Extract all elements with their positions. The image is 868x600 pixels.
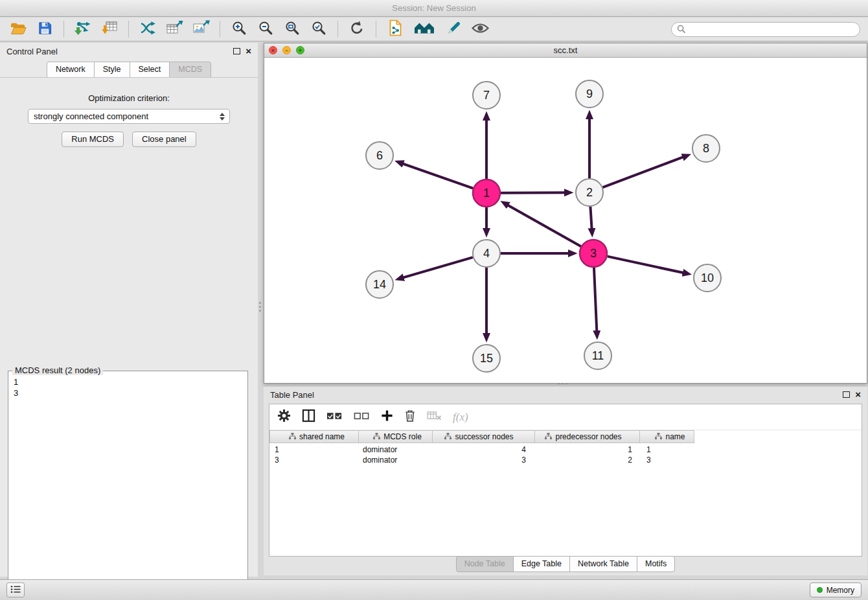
toolbar-separator <box>337 21 338 38</box>
minimize-window-icon[interactable]: − <box>282 46 291 54</box>
network-canvas[interactable]: 7968124314101511 <box>264 58 867 383</box>
select-all-icon <box>326 412 343 423</box>
deselect-all-button[interactable] <box>354 411 370 424</box>
float-panel-icon[interactable] <box>233 48 240 54</box>
zoom-fit-icon <box>284 20 300 38</box>
control-panel-header: Control Panel × <box>0 43 258 60</box>
cell-shared-name: 3 <box>269 456 359 466</box>
graph-edge-1-2[interactable] <box>501 192 565 193</box>
table-toolbar: f(x) <box>269 404 862 430</box>
dropdown-stepper-icon <box>218 113 227 121</box>
network-from-selection-button[interactable] <box>385 19 405 39</box>
import-network-button[interactable] <box>73 19 93 39</box>
tab-node-table[interactable]: Node Table <box>456 556 514 572</box>
memory-button[interactable]: Memory <box>810 583 862 597</box>
open-session-button[interactable] <box>8 19 29 39</box>
toolbar-separator <box>220 21 220 38</box>
tab-style[interactable]: Style <box>94 62 130 77</box>
eye-button[interactable] <box>470 19 490 39</box>
show-columns-button[interactable] <box>302 409 315 425</box>
tab-motifs[interactable]: Motifs <box>637 556 675 572</box>
zoom-selected-icon <box>311 20 326 38</box>
cell-predecessor-nodes: 1 <box>535 445 640 456</box>
tab-edge-table[interactable]: Edge Table <box>513 556 570 572</box>
zoom-fit-button[interactable] <box>282 19 303 39</box>
column-type-icon <box>545 432 552 441</box>
zoom-out-button[interactable] <box>255 19 276 39</box>
graph-node-label-7: 7 <box>483 89 490 102</box>
trash-icon <box>404 413 416 424</box>
mcds-result-list[interactable]: 1 3 <box>8 371 247 404</box>
export-image-button[interactable] <box>190 19 211 39</box>
run-mcds-button[interactable]: Run MCDS <box>62 132 124 147</box>
tab-network[interactable]: Network <box>47 62 95 77</box>
graph-edge-1-6[interactable] <box>403 164 473 189</box>
zoom-in-button[interactable] <box>229 19 249 39</box>
import-table-button[interactable] <box>99 19 120 39</box>
graph-edge-4-14[interactable] <box>403 257 472 277</box>
tab-mcds[interactable]: MCDS <box>169 62 211 77</box>
table-row[interactable]: 3 dominator 3 2 3 <box>269 456 862 466</box>
table-panel-title: Table Panel <box>270 390 838 400</box>
column-type-icon <box>655 432 662 441</box>
refresh-button[interactable] <box>347 19 367 39</box>
graph-edge-3-11[interactable] <box>594 268 597 331</box>
search-input[interactable] <box>689 25 854 34</box>
tab-network-table[interactable]: Network Table <box>569 556 637 572</box>
delete-column-button[interactable] <box>404 409 416 425</box>
column-header-predecessor-nodes[interactable]: predecessor nodes <box>535 430 640 443</box>
mcds-result-line: 3 <box>14 387 242 398</box>
eye-icon <box>472 22 489 37</box>
column-header-shared-name[interactable]: shared name <box>269 430 359 443</box>
control-panel: Control Panel × Network Style Select MCD… <box>0 43 258 577</box>
houses-button[interactable] <box>411 19 437 39</box>
close-panel-icon[interactable]: × <box>246 48 251 54</box>
import-network-icon <box>74 20 92 38</box>
graph-node-label-11: 11 <box>592 349 604 362</box>
export-table-button[interactable] <box>164 19 185 39</box>
graph-edge-3-1[interactable] <box>508 205 581 247</box>
column-header-name[interactable]: name <box>640 430 694 443</box>
column-header-successor-nodes[interactable]: successor nodes <box>433 430 535 443</box>
table-panel-tabs: Node Table Edge Table Network Table Moti… <box>264 556 867 572</box>
select-all-button[interactable] <box>326 411 343 424</box>
graph-edge-2-8[interactable] <box>603 157 683 187</box>
tab-select[interactable]: Select <box>130 62 170 77</box>
column-type-icon <box>373 432 380 441</box>
criterion-selected-value: strongly connected component <box>34 111 218 121</box>
graph-node-label-8: 8 <box>703 142 709 155</box>
maximize-window-icon[interactable]: + <box>296 46 304 54</box>
zoom-in-icon <box>231 20 247 38</box>
graph-edge-3-10[interactable] <box>608 257 683 273</box>
status-menu-button[interactable] <box>6 583 25 597</box>
search-box <box>671 22 860 37</box>
graph-edge-2-3[interactable] <box>590 207 591 229</box>
column-header-mcds-role[interactable]: MCDS role <box>359 430 433 443</box>
add-column-button[interactable] <box>381 410 393 424</box>
vertical-splitter-handle[interactable] <box>258 298 262 315</box>
cell-shared-name: 1 <box>269 445 359 456</box>
toolbar-separator <box>376 21 376 38</box>
save-session-button[interactable] <box>34 19 55 39</box>
column-type-icon <box>289 432 296 441</box>
table-settings-button[interactable] <box>277 409 291 425</box>
table-row[interactable]: 1 dominator 4 1 1 <box>269 445 862 456</box>
table-panel-header: Table Panel × <box>264 387 867 402</box>
paintbrush-button[interactable] <box>443 19 464 39</box>
network-graph-svg[interactable]: 7968124314101511 <box>264 58 867 383</box>
export-network-button[interactable] <box>137 19 158 39</box>
zoom-selected-button[interactable] <box>308 19 329 39</box>
houses-icon <box>414 21 435 38</box>
network-view-window: × − + scc.txt 7968124314101511 <box>264 43 867 384</box>
memory-status-icon <box>817 587 823 593</box>
function-builder-button: f(x) <box>453 411 468 424</box>
criterion-dropdown[interactable]: strongly connected component <box>28 109 230 124</box>
close-panel-button[interactable]: Close panel <box>132 132 196 147</box>
close-window-icon[interactable]: × <box>269 46 277 54</box>
mcds-result-box: MCDS result (2 nodes) 1 3 <box>8 371 248 600</box>
node-table-container: f(x) shared name MCDS role successor nod… <box>269 404 862 557</box>
close-table-panel-icon[interactable]: × <box>855 391 861 398</box>
float-table-panel-icon[interactable] <box>843 391 850 398</box>
graph-node-label-9: 9 <box>586 87 593 100</box>
delete-table-disabled-icon <box>427 412 442 423</box>
